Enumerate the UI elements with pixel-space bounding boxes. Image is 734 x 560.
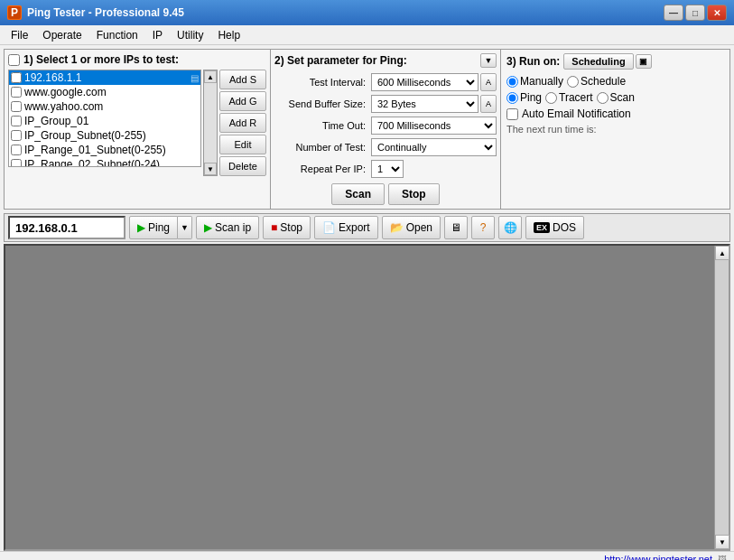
ping-play-icon: ▶ — [137, 221, 145, 234]
scheduling-button[interactable]: Scheduling — [563, 53, 633, 70]
ip-display: 192.168.0.1 — [8, 216, 125, 239]
ping-button[interactable]: ▶ Ping — [129, 216, 178, 239]
add-s-button[interactable]: Add S — [219, 70, 266, 89]
scan-stop-row: Scan Stop — [274, 183, 497, 205]
export-button[interactable]: 📄 Export — [314, 216, 378, 239]
manually-radio-label[interactable]: Manually — [506, 75, 563, 88]
stop-icon: ■ — [271, 221, 277, 234]
param-label-numtest: Number of Test: — [274, 142, 369, 153]
menu-function[interactable]: Function — [89, 27, 145, 43]
scan-ip-button[interactable]: ▶ Scan ip — [196, 216, 259, 239]
ip-checkbox[interactable] — [11, 87, 22, 98]
tracert-radio[interactable] — [545, 92, 557, 104]
param-row-timeout: Time Out: 700 Milliseconds 1 Second 2 Se… — [274, 117, 497, 135]
scroll-up-button[interactable]: ▲ — [204, 70, 217, 83]
stop-toolbar-button[interactable]: ■ Stop — [263, 216, 311, 239]
list-item[interactable]: IP_Range_02_Subnet(0-24) — [9, 157, 200, 167]
results-scroll-track[interactable] — [715, 260, 729, 535]
panel2-dropdown-button[interactable]: ▼ — [480, 53, 497, 68]
tracert-radio-label[interactable]: Tracert — [545, 91, 593, 104]
scan-radio[interactable] — [597, 92, 609, 104]
stop-button[interactable]: Stop — [388, 183, 440, 205]
ip-list-scrollbar[interactable]: ▲ ▼ — [203, 70, 218, 176]
add-g-button[interactable]: Add G — [219, 91, 266, 111]
ip-checkbox[interactable] — [11, 130, 22, 141]
statusbar: http://www.pingtester.net 🖼 — [0, 551, 734, 560]
send-buffer-select[interactable]: 32 Bytes 64 Bytes 128 Bytes — [371, 95, 478, 113]
list-item[interactable]: www.google.com — [9, 85, 200, 99]
scan-button[interactable]: Scan — [331, 183, 385, 205]
browser-icon-button[interactable]: 🌐 — [498, 216, 522, 239]
scroll-down-results[interactable]: ▼ — [715, 535, 729, 549]
auto-email-row: Auto Email Notification — [506, 107, 724, 120]
titlebar: P Ping Tester - Professional 9.45 — □ ✕ — [0, 0, 734, 25]
schedule-radio[interactable] — [567, 76, 579, 88]
test-type-radio-group: Ping Tracert Scan — [506, 91, 724, 104]
param-row-numtest: Number of Test: Continually 10 100 — [274, 138, 497, 156]
scan-icon: ▶ — [204, 221, 212, 234]
dos-button[interactable]: EX DOS — [525, 216, 584, 239]
close-button[interactable]: ✕ — [707, 5, 727, 21]
ip-checkbox[interactable] — [11, 145, 22, 155]
browser-icon: 🌐 — [504, 221, 517, 234]
scan-radio-label[interactable]: Scan — [597, 91, 635, 104]
scroll-down-button[interactable]: ▼ — [204, 163, 217, 175]
ping-dropdown-button[interactable]: ▼ — [178, 216, 192, 239]
panel1-header: 1) Select 1 or more IPs to test: — [8, 53, 266, 66]
ping-button-group: ▶ Ping ▼ — [129, 216, 192, 239]
maximize-button[interactable]: □ — [685, 5, 705, 21]
minimize-button[interactable]: — — [664, 5, 683, 21]
list-item[interactable]: www.yahoo.com — [9, 99, 200, 114]
list-item[interactable]: IP_Range_01_Subnet(0-255) — [9, 143, 200, 157]
menu-file[interactable]: File — [4, 27, 35, 43]
window-controls: — □ ✕ — [664, 5, 727, 21]
menu-utility[interactable]: Utility — [170, 27, 210, 43]
network-icon-button[interactable]: 🖥 — [444, 216, 468, 239]
schedule-radio-label[interactable]: Schedule — [567, 75, 626, 88]
open-button[interactable]: 📂 Open — [382, 216, 441, 239]
export-icon: 📄 — [322, 221, 336, 234]
test-interval-select[interactable]: 600 Milliseconds 700 Milliseconds 1 Seco… — [371, 73, 478, 91]
repeat-select[interactable]: 1 2 3 — [371, 160, 404, 178]
select-all-checkbox[interactable] — [8, 54, 20, 66]
param-label-repeat: Repeat Per IP: — [274, 163, 369, 174]
dos-icon: EX — [534, 222, 550, 233]
panel2-ping-params: 2) Set parameter for Ping: ▼ Test Interv… — [271, 50, 501, 209]
list-item[interactable]: 192.168.1.1 ▤ — [9, 70, 200, 85]
menu-ip[interactable]: IP — [145, 27, 170, 43]
ping-radio-label[interactable]: Ping — [506, 91, 542, 104]
menu-operate[interactable]: Operate — [35, 27, 88, 43]
param-row-interval: Test Interval: 600 Milliseconds 700 Mill… — [274, 73, 497, 91]
scroll-up-results[interactable]: ▲ — [715, 246, 729, 260]
list-item[interactable]: IP_Group_Subnet(0-255) — [9, 128, 200, 143]
delete-button[interactable]: Delete — [219, 156, 266, 176]
toolbar: 192.168.0.1 ▶ Ping ▼ ▶ Scan ip ■ Stop 📄 … — [4, 213, 730, 242]
panel3-header: 3) Run on: Scheduling ▣ — [506, 53, 724, 70]
ip-checkbox[interactable] — [11, 101, 22, 112]
ip-checkbox[interactable] — [11, 159, 22, 167]
help-icon-button[interactable]: ? — [471, 216, 495, 239]
edit-button[interactable]: Edit — [219, 135, 266, 154]
menu-help[interactable]: Help — [210, 27, 247, 43]
window-title: Ping Tester - Professional 9.45 — [27, 6, 664, 19]
add-r-button[interactable]: Add R — [219, 113, 266, 133]
timeout-select[interactable]: 700 Milliseconds 1 Second 2 Seconds — [371, 117, 497, 135]
ping-radio[interactable] — [506, 92, 518, 104]
network-icon: 🖥 — [451, 221, 461, 234]
buffer-a-button[interactable]: A — [480, 95, 497, 113]
param-label-interval: Test Interval: — [274, 77, 369, 88]
ip-list[interactable]: 192.168.1.1 ▤ www.google.com www.yahoo.c… — [8, 70, 201, 167]
auto-email-checkbox[interactable] — [506, 108, 518, 120]
list-item[interactable]: IP_Group_01 — [9, 114, 200, 128]
param-label-timeout: Time Out: — [274, 120, 369, 131]
results-scrollbar: ▲ ▼ — [714, 246, 729, 549]
ip-checkbox[interactable] — [11, 72, 22, 83]
run-mode-radio-group: Manually Schedule — [506, 75, 724, 88]
ip-checkbox[interactable] — [11, 116, 22, 126]
panel3-square-button[interactable]: ▣ — [636, 54, 652, 69]
interval-a-button[interactable]: A — [480, 73, 497, 91]
manually-radio[interactable] — [506, 76, 518, 88]
top-panels: 1) Select 1 or more IPs to test: 192.168… — [4, 49, 730, 210]
numtest-select[interactable]: Continually 10 100 — [371, 138, 497, 156]
website-link[interactable]: http://www.pingtester.net — [604, 554, 712, 560]
